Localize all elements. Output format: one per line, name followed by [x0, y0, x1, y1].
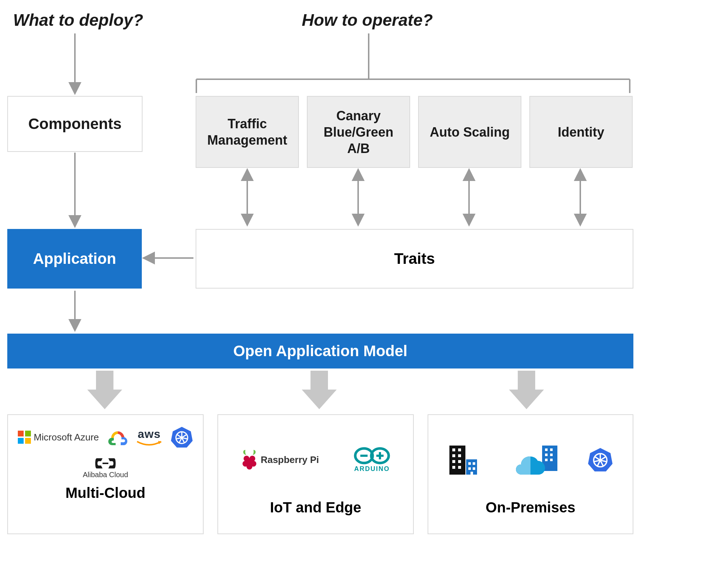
azure-label: Microsoft Azure: [34, 432, 99, 443]
iot-icons: Raspberry Pi ARDUINO: [227, 425, 404, 494]
box-auto-scaling: Auto Scaling: [418, 96, 521, 168]
svg-rect-45: [458, 460, 461, 463]
svg-rect-44: [452, 460, 455, 463]
aws-smile-icon: [136, 441, 162, 447]
big-arrow-iot: [302, 371, 337, 411]
label-traits: Traits: [394, 250, 435, 267]
svg-rect-47: [458, 466, 461, 469]
svg-rect-57: [545, 454, 548, 456]
svg-rect-46: [452, 466, 455, 469]
svg-rect-53: [470, 472, 473, 475]
label-identity: Identity: [558, 124, 604, 140]
box-identity: Identity: [529, 96, 633, 168]
box-traits: Traits: [196, 229, 633, 289]
svg-rect-42: [452, 454, 455, 457]
multicloud-icons: Microsoft Azure Google Cloud aws: [17, 425, 194, 480]
onprem-icons: Datacenter Hybrid Cloud: [437, 425, 624, 494]
svg-rect-14: [25, 431, 31, 436]
arduino-label: ARDUINO: [354, 465, 390, 473]
svg-rect-13: [18, 431, 24, 436]
microsoft-icon: [18, 431, 31, 444]
svg-rect-52: [473, 467, 475, 470]
target-iot-edge: Raspberry Pi ARDUINO IoT and Edge: [217, 414, 414, 534]
arduino-icon: [354, 447, 390, 464]
bar-open-application-model: Open Application Model: [7, 334, 633, 368]
box-traffic-management: Traffic Management: [196, 96, 299, 168]
svg-rect-39: [449, 446, 465, 475]
svg-rect-49: [468, 462, 471, 465]
svg-rect-58: [550, 454, 553, 456]
box-canary-bluegreen-ab: Canary Blue/Green A/B: [307, 96, 410, 168]
arduino-logo: ARDUINO: [354, 447, 390, 473]
alibaba-icon: [95, 457, 116, 470]
svg-rect-43: [458, 454, 461, 457]
kubernetes-logo: Kubernetes: [171, 426, 193, 448]
target-onpremises: Datacenter Hybrid Cloud: [428, 414, 633, 534]
azure-logo: Microsoft Azure: [18, 431, 99, 444]
svg-rect-27: [103, 463, 108, 464]
svg-rect-60: [550, 459, 553, 461]
svg-rect-15: [18, 438, 24, 444]
alibaba-label: Alibaba Cloud: [83, 471, 128, 479]
svg-rect-56: [550, 448, 553, 451]
box-application: Application: [7, 229, 142, 289]
box-components: Components: [7, 96, 143, 152]
raspberrypi-icon: [241, 449, 258, 470]
svg-point-33: [247, 464, 252, 470]
label-canary: Canary Blue/Green A/B: [311, 108, 406, 157]
svg-rect-55: [545, 448, 548, 451]
rpi-label: Raspberry Pi: [261, 454, 319, 466]
aws-logo: aws: [136, 427, 162, 447]
kubernetes-icon: [588, 447, 613, 472]
svg-rect-51: [468, 467, 471, 470]
label-autoscale: Auto Scaling: [430, 124, 510, 140]
heading-how-to-operate: How to operate?: [302, 10, 433, 30]
aws-label: aws: [138, 427, 161, 441]
datacenter-icon-wrap: Datacenter: [448, 443, 488, 476]
svg-rect-59: [545, 459, 548, 461]
target-multicloud: Microsoft Azure Google Cloud aws: [7, 414, 204, 534]
gcp-logo: Google Cloud: [108, 429, 128, 445]
big-arrow-multicloud: [87, 371, 122, 411]
big-arrow-onprem: [509, 371, 544, 411]
label-components: Components: [28, 115, 122, 133]
cloud-building-icon: [516, 443, 560, 476]
alibaba-logo: Alibaba Cloud: [83, 457, 128, 479]
iot-title: IoT and Edge: [227, 499, 404, 516]
heading-what-to-deploy: What to deploy?: [13, 10, 143, 30]
kubernetes-onprem-logo: Kubernetes: [588, 447, 613, 472]
raspberrypi-logo: Raspberry Pi: [241, 449, 319, 470]
label-application: Application: [33, 250, 116, 267]
gcp-icon: [108, 429, 128, 445]
svg-rect-50: [473, 462, 475, 465]
buildings-icon: [448, 443, 488, 476]
hybrid-cloud-icon-wrap: Hybrid Cloud: [516, 443, 560, 476]
svg-rect-16: [25, 438, 31, 444]
multicloud-title: Multi-Cloud: [17, 485, 194, 501]
kubernetes-icon: [171, 426, 193, 448]
svg-rect-40: [452, 448, 455, 451]
label-traffic-management: Traffic Management: [200, 116, 295, 148]
label-oam: Open Application Model: [233, 342, 407, 360]
onprem-title: On-Premises: [437, 499, 624, 516]
svg-rect-41: [458, 448, 461, 451]
